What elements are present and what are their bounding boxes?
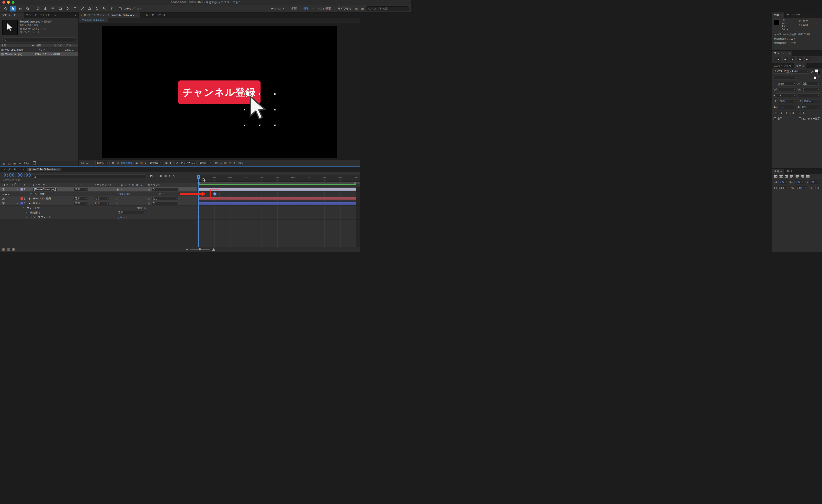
mask-visibility-icon[interactable]: ◎ bbox=[117, 161, 119, 164]
layer-name[interactable]: [MouseCursor.png] bbox=[33, 187, 57, 191]
frame-blending-icon[interactable]: ▥ bbox=[164, 174, 166, 177]
workspace-default[interactable]: デフォルト bbox=[271, 7, 285, 11]
group-label[interactable]: 長方形 1 bbox=[30, 211, 40, 214]
snap-menu-icon[interactable]: ≡ bbox=[140, 7, 142, 10]
transparency-grid-icon[interactable]: ◧ bbox=[170, 161, 172, 164]
project-search[interactable] bbox=[2, 37, 76, 42]
tab-composition[interactable]: × ▦ コンポジション YouTube Subscribe bbox=[79, 12, 140, 18]
column-frame[interactable]: フレ... bbox=[65, 43, 78, 47]
tab-render-queue[interactable]: レンダーキュー × bbox=[0, 167, 27, 171]
layer-2-duration-bar[interactable] bbox=[198, 197, 356, 200]
property-value[interactable]: 1290.0,682.0 bbox=[117, 192, 132, 195]
parent-select[interactable]: なし bbox=[152, 187, 178, 191]
keyframe-toggle-icon[interactable]: ◆ bbox=[5, 193, 7, 196]
graph-editor-icon[interactable]: ∿ bbox=[172, 174, 175, 177]
eraser-tool[interactable] bbox=[94, 6, 100, 11]
layer-row-2[interactable]: › 2 T チャンネル登録 通常 なし ∕ ◎ なし bbox=[0, 196, 197, 201]
group-label[interactable]: コンテンツ bbox=[27, 206, 40, 210]
twirl-icon[interactable]: ∨ bbox=[16, 188, 20, 190]
rect-blend-mode-select[interactable]: 通常 bbox=[117, 211, 146, 214]
timeline-zoom-slider[interactable] bbox=[190, 249, 210, 250]
snap-option-icon[interactable]: ◇ bbox=[137, 7, 139, 10]
add-button-icon[interactable]: ▶ bbox=[144, 207, 146, 209]
workspace-overflow-icon[interactable]: » bbox=[355, 7, 358, 11]
shape-tool[interactable] bbox=[57, 6, 64, 11]
help-search[interactable] bbox=[367, 6, 409, 11]
selection-handle[interactable] bbox=[274, 109, 276, 110]
playhead-line[interactable] bbox=[198, 175, 199, 247]
clone-stamp-tool[interactable] bbox=[86, 6, 93, 11]
workspace-libraries[interactable]: ライブラリ bbox=[338, 7, 352, 11]
eye-icon[interactable] bbox=[2, 202, 5, 204]
quality-switch[interactable]: ◉ bbox=[117, 188, 119, 191]
selection-handle[interactable] bbox=[244, 109, 246, 110]
snapshot-icon[interactable]: ◉ bbox=[135, 161, 138, 164]
twirl-icon[interactable]: › bbox=[16, 197, 20, 200]
parent-select[interactable]: なし bbox=[152, 197, 178, 200]
track-rectangle[interactable]: I bbox=[197, 210, 360, 215]
workspace-menu-icon[interactable] bbox=[312, 7, 314, 10]
column-label-icon[interactable]: ◆ bbox=[31, 43, 35, 47]
next-keyframe-icon[interactable]: ▶ bbox=[8, 193, 10, 195]
tab-timeline-composition[interactable]: ▦ YouTube Subscribe bbox=[27, 168, 61, 171]
timeline-jump-icon[interactable]: ▥ bbox=[224, 161, 227, 164]
resolution-select[interactable]: 1/4画質 bbox=[149, 161, 163, 165]
camera-tool[interactable] bbox=[42, 6, 49, 11]
layer-name[interactable]: Button bbox=[33, 202, 74, 205]
tab-effect-controls[interactable]: エフェクトコントロール bbox=[24, 12, 58, 18]
property-row-position[interactable]: ◀ ◆ ▶ ◷ ∿ 位置 1290.0,682.0 ◎ bbox=[0, 192, 197, 196]
group-row-contents[interactable]: ∨ コンテンツ 追加: ▶ bbox=[0, 206, 197, 210]
layer-row-1[interactable]: ∨ 1 [MouseCursor.png] 通常 ◉ ∕ ◎ なし bbox=[0, 187, 197, 192]
label-color-chip[interactable] bbox=[20, 197, 23, 200]
selection-handle[interactable] bbox=[259, 124, 261, 126]
zoom-select[interactable]: 100 % bbox=[95, 161, 110, 165]
project-bit-depth[interactable]: 8 bpc bbox=[24, 162, 30, 165]
zoom-in-mountain-icon[interactable] bbox=[212, 248, 215, 250]
eye-icon[interactable] bbox=[4, 211, 4, 215]
group-label[interactable]: トランスフォーム bbox=[30, 216, 51, 219]
project-item-composition[interactable]: ▦ YouTube...cribe ...ション 23.97... bbox=[0, 47, 78, 52]
new-folder-icon[interactable]: ◫ bbox=[8, 162, 10, 165]
composition-viewport[interactable]: チャンネル登録 bbox=[102, 26, 337, 158]
twirl-icon[interactable]: ∨ bbox=[16, 202, 20, 204]
current-time-display[interactable]: 0:00:00:00 bbox=[4, 173, 31, 177]
layer-name[interactable]: チャンネル登録 bbox=[33, 197, 74, 200]
adjust-icon[interactable]: ✦ bbox=[19, 162, 21, 165]
previous-keyframe-icon[interactable]: ◀ bbox=[2, 193, 4, 195]
selection-handle[interactable] bbox=[259, 93, 261, 95]
help-search-input[interactable] bbox=[371, 7, 403, 10]
tab-project[interactable]: プロジェクト bbox=[0, 12, 24, 18]
selection-handle[interactable] bbox=[274, 93, 276, 95]
blend-mode-select[interactable]: 通常 bbox=[74, 197, 88, 200]
grid-guides-icon[interactable]: ▦ bbox=[112, 161, 114, 164]
pickwhip-icon[interactable]: ◎ bbox=[148, 188, 150, 191]
blend-mode-select[interactable]: 通常 bbox=[74, 187, 88, 191]
reset-link[interactable]: リセット bbox=[117, 216, 128, 219]
timeline-search-input[interactable] bbox=[37, 175, 135, 178]
rotate-tool[interactable] bbox=[35, 6, 42, 11]
new-composition-icon[interactable]: ▣ bbox=[13, 162, 16, 165]
fast-previews-icon[interactable]: ◬ bbox=[220, 161, 222, 164]
show-snapshot-icon[interactable]: ◫ bbox=[140, 161, 142, 164]
motion-blur-icon[interactable]: ◐ bbox=[169, 174, 170, 177]
channel-icon[interactable]: ◐ bbox=[145, 161, 146, 164]
hide-shy-layers-icon[interactable]: ◉ bbox=[159, 174, 162, 177]
track-layer-1[interactable] bbox=[197, 187, 360, 192]
blend-mode-select[interactable]: 通常 bbox=[74, 201, 88, 205]
exposure-value[interactable]: +0.0 bbox=[238, 161, 243, 164]
zoom-slider-handle[interactable] bbox=[198, 248, 201, 250]
pickwhip-icon[interactable]: ◎ bbox=[148, 197, 150, 200]
selection-handle[interactable] bbox=[244, 93, 246, 95]
viewer-tab[interactable]: YouTube Subscribe bbox=[79, 18, 108, 22]
selection-handle[interactable] bbox=[244, 124, 246, 126]
panel-menu-icon[interactable] bbox=[136, 14, 137, 17]
work-area-bar[interactable] bbox=[197, 182, 360, 184]
snap-checkbox[interactable] bbox=[119, 7, 121, 10]
workspace-bar-icon[interactable]: ▦ bbox=[361, 7, 364, 10]
zoom-tool[interactable] bbox=[24, 6, 31, 11]
interpret-footage-icon[interactable]: ▥ bbox=[2, 162, 5, 165]
track-position-property[interactable] bbox=[197, 192, 360, 196]
label-color-chip[interactable] bbox=[20, 188, 23, 191]
roi-icon[interactable]: ▣ bbox=[165, 161, 167, 164]
workspace-small-screen[interactable]: 小さい画面 bbox=[318, 7, 331, 11]
